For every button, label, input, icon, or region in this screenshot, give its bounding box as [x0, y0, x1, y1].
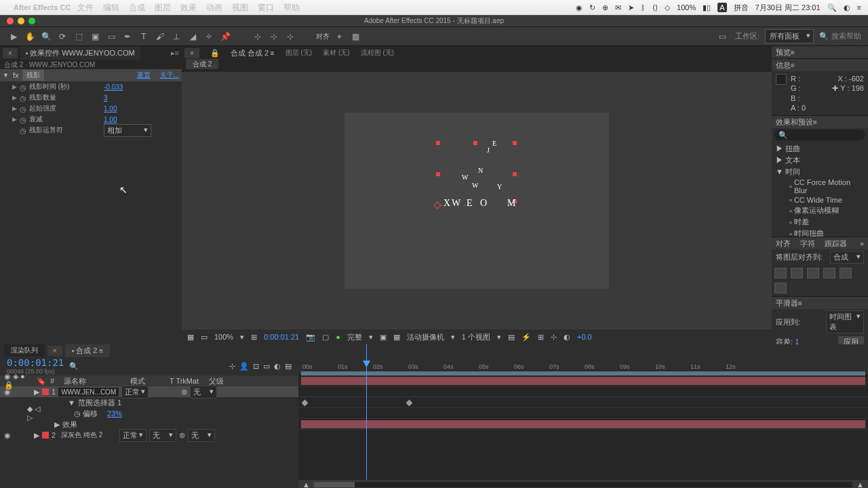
current-timecode[interactable]: 0:00:01:21: [7, 357, 64, 368]
stopwatch-icon[interactable]: ◷: [20, 116, 26, 123]
channel-icon[interactable]: ●: [336, 333, 340, 341]
tl-opt-icon[interactable]: ⊹: [229, 362, 235, 371]
offset-value[interactable]: 23%: [107, 409, 122, 418]
snap-label[interactable]: 对齐: [316, 32, 330, 41]
align-to-dropdown[interactable]: 合成▾: [830, 251, 864, 264]
selection-handle[interactable]: [513, 172, 517, 176]
track-offset[interactable]: [298, 397, 868, 408]
preset-item[interactable]: ▼ 时间: [774, 166, 865, 178]
preset-item[interactable]: ▫时差: [774, 216, 865, 228]
blend-mode[interactable]: 正常▾: [121, 386, 149, 399]
keyframe[interactable]: [406, 400, 413, 407]
render-queue-tab[interactable]: 渲染队列: [4, 344, 45, 357]
prop-value[interactable]: 3: [104, 94, 108, 102]
selection-handle[interactable]: [436, 172, 440, 176]
zoom-in-icon[interactable]: ▲: [856, 481, 864, 488]
snap-icon2[interactable]: ▦: [349, 30, 362, 43]
grid-icon[interactable]: ▦: [187, 333, 194, 342]
blend-mode[interactable]: 正常▾: [119, 429, 146, 442]
smoother-panel-header[interactable]: 平滑器 ≡: [772, 297, 868, 309]
pixel-icon[interactable]: ▤: [508, 333, 515, 342]
window-controls[interactable]: [7, 18, 35, 24]
selection-handle[interactable]: [473, 141, 477, 145]
align-hcenter[interactable]: [791, 268, 803, 279]
layer-tab[interactable]: 图层 (无): [285, 48, 312, 58]
menu-comp[interactable]: 合成: [129, 2, 145, 14]
axis-view[interactable]: ⊹: [283, 30, 297, 43]
prop-value[interactable]: 1.00: [104, 116, 117, 123]
brush-tool[interactable]: 🖌: [153, 30, 167, 43]
layer-row-2[interactable]: ◉ ▶ 2 深灰色 纯色 2 正常▾ 无▾ ⊚ 无▾: [0, 430, 298, 441]
align-vcenter[interactable]: [840, 268, 852, 279]
search-help-input[interactable]: 搜索帮助: [831, 31, 861, 41]
timeline-tracks[interactable]: 00s01s02s03s04s05s06s07s08s09s10s11s12s …: [298, 344, 868, 488]
stopwatch-icon[interactable]: ◷: [20, 83, 26, 90]
stopwatch-icon[interactable]: ◷: [20, 94, 26, 101]
comp-subtab[interactable]: 合成 2: [186, 59, 218, 69]
parent-dropdown[interactable]: 无▾: [190, 386, 217, 399]
menu-anim[interactable]: 动画: [206, 2, 222, 14]
track-2[interactable]: [298, 419, 868, 430]
prop-value[interactable]: -0.033: [104, 83, 123, 91]
align-bottom[interactable]: [774, 283, 787, 293]
preset-item[interactable]: ▶ 文本: [774, 155, 865, 166]
maximize-icon[interactable]: [28, 18, 35, 24]
tl-mb-icon[interactable]: ◐: [274, 362, 281, 371]
spotlight-icon[interactable]: 🔍: [827, 3, 837, 12]
parent-dropdown[interactable]: 无▾: [188, 429, 215, 442]
axis-local[interactable]: ⊹: [251, 30, 264, 43]
tl-shy-icon[interactable]: 👤: [239, 362, 249, 371]
pan-behind-tool[interactable]: ▣: [88, 30, 102, 43]
effect-name[interactable]: 残影: [22, 70, 44, 81]
menu-view[interactable]: 视图: [232, 2, 248, 14]
time-ruler[interactable]: 00s01s02s03s04s05s06s07s08s09s10s11s12s: [298, 344, 868, 375]
fast-icon[interactable]: ⚡: [521, 333, 531, 342]
stamp-tool[interactable]: ⊥: [170, 30, 183, 43]
layer-bar[interactable]: [301, 420, 865, 428]
anchor-point[interactable]: [433, 201, 441, 209]
menu-edit[interactable]: 编辑: [103, 2, 119, 14]
track-effects[interactable]: [298, 408, 868, 419]
preset-search-input[interactable]: 🔍: [774, 129, 865, 140]
selection-handle[interactable]: [436, 141, 440, 145]
tab-close-icon[interactable]: ×: [184, 48, 199, 58]
siri-icon[interactable]: ◐: [844, 3, 850, 12]
timeline-search-icon[interactable]: 🔍: [69, 362, 79, 371]
layer-name[interactable]: WWW.JEN...COM: [58, 388, 119, 396]
preview-panel-header[interactable]: 预览 ≡: [772, 46, 868, 58]
flow-icon[interactable]: ⊹: [551, 333, 557, 342]
twirl-icon[interactable]: ▶: [12, 105, 17, 112]
info-panel-header[interactable]: 信息 ≡: [772, 59, 868, 71]
menu-file[interactable]: 文件: [77, 2, 94, 14]
screen-icon[interactable]: ▭: [201, 333, 208, 342]
comp-tab[interactable]: 合成 合成 2 ≡: [231, 48, 275, 58]
tab-close-icon[interactable]: ×: [47, 346, 62, 356]
keyframe[interactable]: [302, 400, 309, 407]
layer-name[interactable]: 深灰色 纯色 2: [58, 430, 117, 441]
stopwatch-icon[interactable]: ◷: [20, 127, 26, 134]
hand-tool[interactable]: ✋: [23, 30, 37, 43]
views-dropdown[interactable]: 1 个视图: [462, 332, 490, 342]
menu-help[interactable]: 帮助: [283, 2, 300, 14]
playhead[interactable]: [366, 344, 367, 488]
minimize-icon[interactable]: [18, 18, 24, 24]
layer-row-1[interactable]: ◉ ▶ 1 WWW.JEN...COM 正常▾ ⊚ 无▾: [0, 386, 298, 397]
align-panel-header[interactable]: 对齐字符跟踪器»: [772, 237, 868, 249]
zoom-value[interactable]: 100%: [214, 333, 233, 341]
tl-frame-icon[interactable]: ▭: [263, 362, 270, 371]
rect-tool[interactable]: ▭: [104, 30, 118, 43]
offset-prop-row[interactable]: ◆ ◁ ▷ ◷ 偏移 23%: [0, 408, 298, 419]
reset-link[interactable]: 重置: [137, 70, 151, 80]
preset-item[interactable]: ▫CC Wide Time: [774, 195, 865, 205]
twirl-icon[interactable]: ▼: [3, 72, 9, 79]
panel-menu-icon[interactable]: ▸≡: [171, 49, 179, 58]
flowchart-tab[interactable]: 流程图 (无): [361, 48, 394, 58]
align-left[interactable]: [774, 268, 787, 279]
timeline-icon[interactable]: ⊞: [538, 333, 544, 342]
resolution-dropdown[interactable]: 完整: [347, 332, 362, 342]
time-navigator[interactable]: [314, 482, 852, 487]
layer-bar[interactable]: [301, 377, 865, 385]
track-1[interactable]: [298, 375, 868, 386]
text-tool[interactable]: T: [137, 30, 151, 43]
roto-tool[interactable]: ✧: [202, 30, 216, 43]
